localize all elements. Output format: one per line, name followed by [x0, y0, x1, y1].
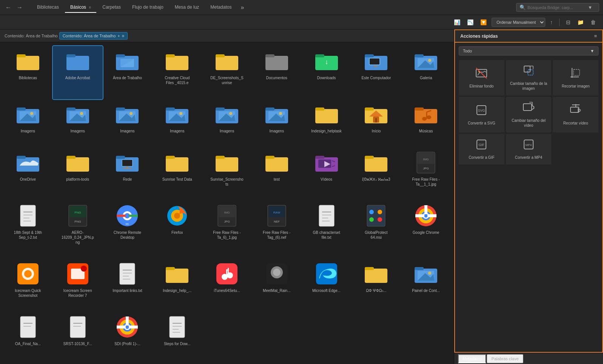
file-item[interactable]: SRST-10136_F...	[53, 312, 103, 360]
file-item[interactable]: Imagens	[202, 99, 252, 147]
file-item[interactable]: Imagens	[53, 99, 103, 147]
qa-dropdown[interactable]: Todo ▼	[459, 46, 598, 55]
file-item[interactable]: RAW NEF Free Raw Files - Tag_(6).nef	[252, 201, 302, 259]
content-tab-plus[interactable]: +	[117, 34, 120, 38]
svg-text:↓: ↓	[325, 58, 328, 66]
file-item[interactable]: 18th Sept & 19th Sep_t-2.txt	[3, 201, 53, 259]
tab-flujo[interactable]: Flujo de trabajo	[127, 2, 169, 13]
file-item[interactable]: iTunes64Setu...	[202, 259, 252, 312]
tab-mesa[interactable]: Mesa de luz	[170, 2, 205, 13]
toolbar-icon-1[interactable]: 📊	[452, 18, 462, 26]
tab-basicos[interactable]: Básicos ≡	[65, 2, 96, 13]
file-item[interactable]: Important links.txt	[103, 259, 153, 312]
file-item[interactable]: Músicas	[401, 99, 451, 147]
file-item[interactable]: ΩΦ ΨΦΩ₀...	[351, 259, 401, 312]
sort-dropdown[interactable]: Ordenar Manualment	[492, 18, 545, 27]
sort-asc-icon[interactable]: ↑	[548, 18, 555, 26]
file-item[interactable]: IMG JPG Free Raw Files - Ta_6)_1.jpg	[202, 201, 252, 259]
file-item[interactable]: Área de Trabalho	[103, 46, 153, 99]
tab-carpetas[interactable]: Carpetas	[97, 2, 126, 13]
file-thumb	[16, 262, 40, 286]
view-options-icon[interactable]: ⊟	[564, 18, 572, 26]
qa-item[interactable]: Eliminar fondo	[459, 60, 504, 95]
svg-rect-57	[315, 108, 324, 111]
file-item[interactable]: Microsoft Edge...	[302, 259, 352, 312]
file-item[interactable]: PNG PNG AERO-16209_0.24_JPN.png	[53, 201, 103, 259]
file-item[interactable]: Icecream Screen Recorder 7	[53, 259, 103, 312]
file-thumb	[66, 49, 90, 73]
search-input[interactable]	[527, 5, 588, 10]
file-item[interactable]: Imagens	[152, 99, 202, 147]
toolbar: 📊 📉 🔽 Ordenar Manualment ↑ ⊟ 📁 🗑	[0, 15, 603, 29]
file-item[interactable]: Galeria	[401, 46, 451, 99]
filter-icon[interactable]: 🔽	[478, 18, 489, 26]
qa-item[interactable]: Cambiar tamaño del vídeo	[506, 97, 552, 132]
toolbar-icon-2[interactable]: 📉	[465, 18, 475, 26]
file-item[interactable]: Sunrise_Screenshots	[202, 147, 252, 201]
svg-rect-64	[415, 108, 424, 111]
qa-item[interactable]: MP4Convertir a MP4	[506, 134, 552, 164]
svg-rect-163	[365, 269, 387, 283]
file-name: Google Chrome	[413, 230, 440, 235]
qa-item[interactable]: SVGConvertir a SVG	[459, 97, 504, 132]
file-item[interactable]: Imagens	[103, 99, 153, 147]
file-item[interactable]: Início	[351, 99, 401, 147]
qa-item-icon	[570, 104, 582, 118]
file-item[interactable]: Vídeos	[302, 147, 352, 201]
svg-point-45	[179, 112, 182, 115]
file-name: Indesign_help_...	[163, 288, 191, 293]
file-name: test	[274, 177, 280, 182]
file-item[interactable]: Sunrise Test Data	[152, 147, 202, 201]
back-button[interactable]: ←	[4, 3, 13, 12]
quick-actions-menu-icon[interactable]: ≡	[594, 33, 597, 39]
file-item[interactable]: Documentos	[252, 46, 302, 99]
tab-palabras[interactable]: Palabras clave	[487, 354, 523, 363]
file-item[interactable]: platform-tools	[53, 147, 103, 201]
file-thumb	[215, 262, 239, 286]
file-item[interactable]: Indesign_helptask	[302, 99, 352, 147]
file-item[interactable]: OneDrive	[3, 147, 53, 201]
qa-item[interactable]: GIFConvertir a GIF	[459, 134, 504, 164]
qa-item[interactable]: Cambiar tamaño de la imagen	[506, 60, 552, 95]
content-tab-menu[interactable]: ≡	[122, 34, 124, 38]
delete-icon[interactable]: 🗑	[589, 18, 598, 26]
tab-bibliotecas[interactable]: Bibliotecas	[32, 2, 64, 13]
forward-button[interactable]: →	[15, 3, 24, 12]
tab-metadatos-bottom[interactable]: Metadatos	[458, 354, 486, 363]
content-tab-active[interactable]: Contenido: Área de Trabalho + ≡	[59, 32, 128, 40]
file-item[interactable]: OA_Final_Na...	[3, 312, 53, 360]
file-thumb	[66, 102, 90, 126]
qa-item[interactable]: Recortar imagen	[553, 60, 598, 95]
qa-item[interactable]: Recortar vídeo	[553, 97, 598, 132]
new-folder-icon[interactable]: 📁	[575, 18, 586, 26]
file-item[interactable]: Firefox	[152, 201, 202, 259]
file-item[interactable]: MeetMat_Rain...	[252, 259, 302, 312]
file-item[interactable]: Google Chrome	[401, 201, 451, 259]
file-item[interactable]: Icecream Quick Screenshot	[3, 259, 53, 312]
file-item[interactable]: GlobalProtect 64.msi	[351, 201, 401, 259]
file-item[interactable]: Imagens	[252, 99, 302, 147]
file-item[interactable]: Bibliotecas	[3, 46, 53, 99]
file-item[interactable]: Creative Cloud Files _4015.e	[152, 46, 202, 99]
file-item[interactable]: RD Chrome Remote Desktop	[103, 201, 153, 259]
file-item[interactable]: Este Computador	[351, 46, 401, 99]
file-item[interactable]: Adobe Acrobat	[53, 46, 103, 99]
search-dropdown-button[interactable]: ▼	[588, 5, 592, 10]
file-item[interactable]: ↓ Downloads	[302, 46, 352, 99]
file-item[interactable]: Rede	[103, 147, 153, 201]
file-item[interactable]: Indesign_help_...	[152, 259, 202, 312]
file-item[interactable]: GB characterset file.txt	[302, 201, 352, 259]
file-item[interactable]: SDI (Profil 1)-...	[103, 312, 153, 360]
file-item[interactable]: test	[252, 147, 302, 201]
file-thumb	[115, 102, 139, 126]
file-item[interactable]: Imagens	[3, 99, 53, 147]
more-tabs-button[interactable]: »	[237, 4, 247, 11]
file-item[interactable]: Steps for Dow...	[152, 312, 202, 360]
file-item[interactable]: ξΘжЖⅩₓ ℵ₃₃ⅈ₃₃3	[351, 147, 401, 201]
file-item[interactable]: IMG JPG Free Raw Files - Ta__1_1.jpg	[401, 147, 451, 201]
file-item[interactable]: DE_Screenshots_Sunrise	[202, 46, 252, 99]
file-item[interactable]: Painel de Cont...	[401, 259, 451, 312]
svg-text:MP4: MP4	[526, 143, 532, 147]
file-name: Icecream Screen Recorder 7	[61, 288, 95, 298]
tab-metadatos[interactable]: Metadatos	[205, 2, 237, 13]
